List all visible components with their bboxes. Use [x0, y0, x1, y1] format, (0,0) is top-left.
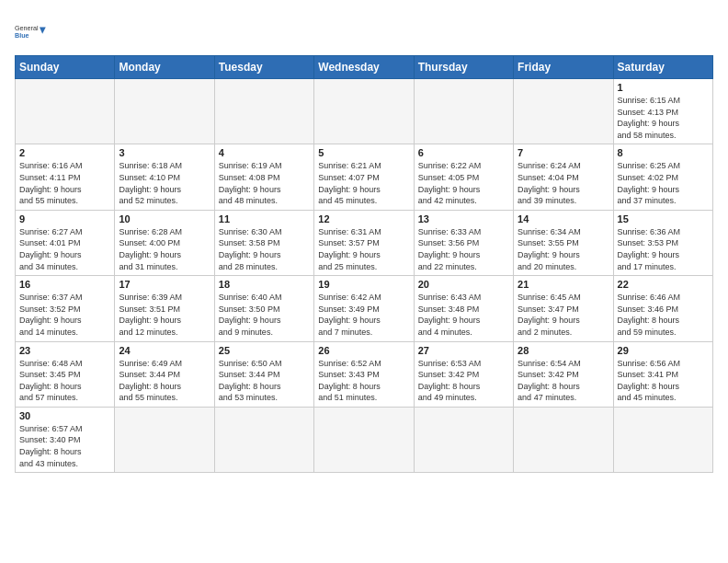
weekday-header-tuesday: Tuesday [214, 56, 313, 79]
day-info: Sunrise: 6:16 AM Sunset: 4:11 PM Dayligh… [19, 160, 110, 206]
calendar-cell: 2Sunrise: 6:16 AM Sunset: 4:11 PM Daylig… [16, 144, 115, 210]
day-info: Sunrise: 6:27 AM Sunset: 4:01 PM Dayligh… [19, 226, 110, 272]
day-info: Sunrise: 6:21 AM Sunset: 4:07 PM Dayligh… [318, 160, 409, 206]
day-number: 12 [318, 213, 409, 224]
day-info: Sunrise: 6:56 AM Sunset: 3:41 PM Dayligh… [618, 358, 709, 404]
header: GeneralBlue [15, 15, 713, 48]
calendar-cell: 5Sunrise: 6:21 AM Sunset: 4:07 PM Daylig… [314, 144, 414, 210]
day-info: Sunrise: 6:28 AM Sunset: 4:00 PM Dayligh… [119, 226, 210, 272]
weekday-header-monday: Monday [115, 56, 214, 79]
calendar-cell: 29Sunrise: 6:56 AM Sunset: 3:41 PM Dayli… [613, 341, 712, 407]
calendar-cell [514, 79, 613, 144]
calendar-cell: 8Sunrise: 6:25 AM Sunset: 4:02 PM Daylig… [613, 144, 712, 210]
calendar-cell [414, 407, 513, 472]
day-info: Sunrise: 6:39 AM Sunset: 3:51 PM Dayligh… [119, 292, 210, 338]
day-number: 29 [618, 345, 709, 356]
generalblue-logo-icon: GeneralBlue [15, 15, 48, 48]
day-info: Sunrise: 6:54 AM Sunset: 3:42 PM Dayligh… [518, 358, 609, 404]
day-info: Sunrise: 6:34 AM Sunset: 3:55 PM Dayligh… [518, 226, 609, 272]
day-number: 15 [618, 213, 709, 224]
calendar-cell [514, 407, 613, 472]
day-info: Sunrise: 6:25 AM Sunset: 4:02 PM Dayligh… [618, 160, 709, 206]
day-number: 23 [19, 345, 110, 356]
day-info: Sunrise: 6:15 AM Sunset: 4:13 PM Dayligh… [618, 95, 709, 141]
day-info: Sunrise: 6:52 AM Sunset: 3:43 PM Dayligh… [318, 358, 409, 404]
day-info: Sunrise: 6:42 AM Sunset: 3:49 PM Dayligh… [318, 292, 409, 338]
day-number: 17 [119, 279, 210, 290]
calendar-cell: 1Sunrise: 6:15 AM Sunset: 4:13 PM Daylig… [613, 79, 712, 144]
week-row-1: 2Sunrise: 6:16 AM Sunset: 4:11 PM Daylig… [16, 144, 713, 210]
day-info: Sunrise: 6:53 AM Sunset: 3:42 PM Dayligh… [418, 358, 509, 404]
day-number: 22 [618, 279, 709, 290]
day-info: Sunrise: 6:50 AM Sunset: 3:44 PM Dayligh… [219, 358, 310, 404]
weekday-header-row: SundayMondayTuesdayWednesdayThursdayFrid… [16, 56, 713, 79]
calendar-cell: 4Sunrise: 6:19 AM Sunset: 4:08 PM Daylig… [214, 144, 313, 210]
calendar-cell: 16Sunrise: 6:37 AM Sunset: 3:52 PM Dayli… [16, 276, 115, 341]
day-number: 21 [518, 279, 609, 290]
calendar-cell: 20Sunrise: 6:43 AM Sunset: 3:48 PM Dayli… [414, 276, 513, 341]
day-info: Sunrise: 6:24 AM Sunset: 4:04 PM Dayligh… [518, 160, 609, 206]
day-number: 27 [418, 345, 509, 356]
day-info: Sunrise: 6:46 AM Sunset: 3:46 PM Dayligh… [618, 292, 709, 338]
calendar-cell [314, 407, 414, 472]
svg-marker-2 [40, 28, 46, 34]
calendar-cell [214, 407, 313, 472]
calendar-cell: 24Sunrise: 6:49 AM Sunset: 3:44 PM Dayli… [115, 341, 214, 407]
day-number: 25 [219, 345, 310, 356]
day-number: 6 [418, 147, 509, 158]
calendar-cell: 7Sunrise: 6:24 AM Sunset: 4:04 PM Daylig… [514, 144, 613, 210]
calendar-cell [115, 79, 214, 144]
calendar-cell [414, 79, 513, 144]
day-info: Sunrise: 6:18 AM Sunset: 4:10 PM Dayligh… [119, 160, 210, 206]
day-info: Sunrise: 6:43 AM Sunset: 3:48 PM Dayligh… [418, 292, 509, 338]
day-number: 8 [618, 147, 709, 158]
calendar-cell: 25Sunrise: 6:50 AM Sunset: 3:44 PM Dayli… [214, 341, 313, 407]
weekday-header-friday: Friday [514, 56, 613, 79]
week-row-5: 30Sunrise: 6:57 AM Sunset: 3:40 PM Dayli… [16, 407, 713, 472]
weekday-header-sunday: Sunday [16, 56, 115, 79]
day-number: 26 [318, 345, 409, 356]
day-info: Sunrise: 6:22 AM Sunset: 4:05 PM Dayligh… [418, 160, 509, 206]
day-info: Sunrise: 6:19 AM Sunset: 4:08 PM Dayligh… [219, 160, 310, 206]
day-info: Sunrise: 6:30 AM Sunset: 3:58 PM Dayligh… [219, 226, 310, 272]
logo: GeneralBlue [15, 15, 48, 48]
calendar-cell: 12Sunrise: 6:31 AM Sunset: 3:57 PM Dayli… [314, 210, 414, 275]
day-number: 14 [518, 213, 609, 224]
day-number: 16 [19, 279, 110, 290]
day-number: 9 [19, 213, 110, 224]
day-info: Sunrise: 6:31 AM Sunset: 3:57 PM Dayligh… [318, 226, 409, 272]
day-number: 2 [19, 147, 110, 158]
day-number: 3 [119, 147, 210, 158]
week-row-3: 16Sunrise: 6:37 AM Sunset: 3:52 PM Dayli… [16, 276, 713, 341]
calendar-cell: 26Sunrise: 6:52 AM Sunset: 3:43 PM Dayli… [314, 341, 414, 407]
day-info: Sunrise: 6:57 AM Sunset: 3:40 PM Dayligh… [19, 423, 110, 469]
calendar-cell [115, 407, 214, 472]
day-info: Sunrise: 6:45 AM Sunset: 3:47 PM Dayligh… [518, 292, 609, 338]
week-row-2: 9Sunrise: 6:27 AM Sunset: 4:01 PM Daylig… [16, 210, 713, 275]
calendar-cell: 9Sunrise: 6:27 AM Sunset: 4:01 PM Daylig… [16, 210, 115, 275]
svg-text:Blue: Blue [15, 31, 29, 40]
weekday-header-thursday: Thursday [414, 56, 513, 79]
day-number: 13 [418, 213, 509, 224]
day-info: Sunrise: 6:40 AM Sunset: 3:50 PM Dayligh… [219, 292, 310, 338]
day-number: 20 [418, 279, 509, 290]
day-number: 7 [518, 147, 609, 158]
day-info: Sunrise: 6:48 AM Sunset: 3:45 PM Dayligh… [19, 358, 110, 404]
day-number: 1 [618, 82, 709, 93]
weekday-header-saturday: Saturday [613, 56, 712, 79]
calendar-cell: 14Sunrise: 6:34 AM Sunset: 3:55 PM Dayli… [514, 210, 613, 275]
calendar-table: SundayMondayTuesdayWednesdayThursdayFrid… [15, 55, 713, 473]
calendar-cell: 19Sunrise: 6:42 AM Sunset: 3:49 PM Dayli… [314, 276, 414, 341]
svg-text:General: General [15, 24, 39, 32]
day-number: 18 [219, 279, 310, 290]
calendar-cell: 13Sunrise: 6:33 AM Sunset: 3:56 PM Dayli… [414, 210, 513, 275]
calendar-cell: 6Sunrise: 6:22 AM Sunset: 4:05 PM Daylig… [414, 144, 513, 210]
calendar-cell: 18Sunrise: 6:40 AM Sunset: 3:50 PM Dayli… [214, 276, 313, 341]
calendar-cell [16, 79, 115, 144]
calendar-cell: 27Sunrise: 6:53 AM Sunset: 3:42 PM Dayli… [414, 341, 513, 407]
calendar-cell: 30Sunrise: 6:57 AM Sunset: 3:40 PM Dayli… [16, 407, 115, 472]
calendar-cell [314, 79, 414, 144]
calendar-cell: 3Sunrise: 6:18 AM Sunset: 4:10 PM Daylig… [115, 144, 214, 210]
calendar-cell: 21Sunrise: 6:45 AM Sunset: 3:47 PM Dayli… [514, 276, 613, 341]
day-number: 11 [219, 213, 310, 224]
